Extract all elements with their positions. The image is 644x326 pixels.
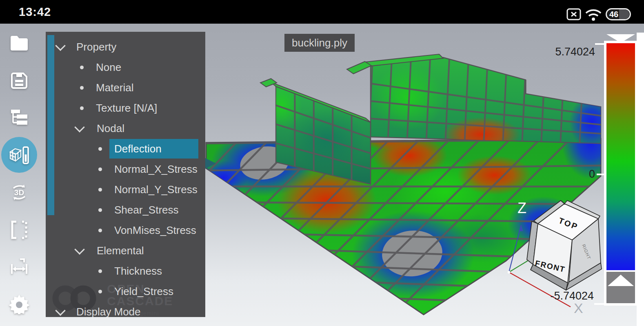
colorbar-min-label: -5.74024 — [543, 290, 594, 302]
tree-item-elemental[interactable]: Elemental — [46, 240, 205, 261]
tree-item-display-mode[interactable]: Display Mode — [46, 302, 205, 317]
colorbar-down-range-arrow-icon — [608, 275, 634, 286]
bullet-icon — [98, 269, 102, 273]
display-properties-button[interactable] — [0, 137, 38, 173]
open-file-button[interactable] — [0, 25, 38, 61]
rotate-3d-icon: 3D — [9, 183, 29, 202]
tree-item-normal-y-stress[interactable]: Normal_Y_Stress — [46, 179, 205, 200]
rotate-3d-button[interactable]: 3D — [0, 174, 38, 210]
colorbar-zero-label: 0 — [544, 168, 595, 181]
tree-item-label: Nodal — [97, 122, 124, 135]
tree-item-yield-stress[interactable]: Yield_Stress — [46, 281, 205, 302]
bullet-icon — [98, 147, 102, 151]
bullet-icon — [80, 106, 84, 110]
right-edge-strip — [637, 33, 644, 326]
tree-item-material[interactable]: Material — [46, 77, 205, 98]
battery-icon: 46 — [606, 8, 631, 20]
properties-panel: OPEN CASCADE part of Capgemini PropertyN… — [46, 32, 205, 317]
tree-item-normal-x-stress[interactable]: Normal_X_Stress — [46, 159, 205, 179]
bullet-icon — [98, 188, 102, 192]
bullet-icon — [98, 290, 102, 293]
tree-item-deflection[interactable]: Deflection — [46, 139, 205, 159]
save-icon — [11, 72, 28, 89]
chevron-down-icon — [55, 305, 65, 315]
tree-item-vonmises-stress[interactable]: VonMises_Stress — [46, 220, 205, 240]
clipping-icon — [10, 220, 29, 240]
tree-item-label: Yield_Stress — [114, 285, 173, 298]
tree-item-label: Deflection — [114, 143, 162, 155]
colorbar-thumb[interactable] — [606, 272, 635, 303]
property-tree: PropertyNoneMaterialTexture [N/A]NodalDe… — [46, 37, 205, 317]
left-toolbar: 3D — [0, 24, 45, 326]
axis-z-label: Z — [517, 200, 526, 216]
tree-item-property[interactable]: Property — [46, 37, 205, 57]
clipping-planes-button[interactable] — [0, 212, 38, 248]
save-file-button[interactable] — [0, 63, 38, 99]
tree-icon — [10, 109, 28, 126]
app-root: ZXTOPFRONTRIGHT buckling.ply 13:42 46 — [0, 0, 644, 326]
tree-item-thickness[interactable]: Thickness — [46, 261, 205, 281]
tree-item-label: VonMises_Stress — [114, 224, 196, 237]
colorbar-up-range-arrow-icon[interactable] — [606, 34, 635, 43]
clock: 13:42 — [19, 5, 51, 19]
axis-x-label: X — [574, 300, 583, 316]
tree-item-label: Display Mode — [76, 306, 141, 317]
settings-button[interactable] — [0, 286, 38, 322]
wifi-icon — [584, 8, 602, 21]
chevron-down-icon — [74, 122, 84, 132]
tree-item-label: Normal_Y_Stress — [114, 183, 198, 196]
colorbar-tick-max — [595, 43, 605, 45]
colorbar-tick-zero — [597, 174, 605, 175]
no-sim-icon — [566, 8, 581, 20]
tree-item-nodal[interactable]: Nodal — [46, 118, 205, 139]
tree-item-shear-stress[interactable]: Shear_Stress — [46, 200, 205, 220]
tree-item-label: None — [96, 61, 121, 74]
cube-panel-icon — [9, 145, 30, 164]
bullet-icon — [98, 167, 102, 171]
gear-icon — [9, 294, 29, 314]
measurements-button[interactable] — [0, 249, 38, 284]
rotate-3d-glyph: 3D — [14, 188, 24, 197]
status-bar: 13:42 46 — [0, 0, 644, 24]
bullet-icon — [80, 86, 84, 90]
tree-item-label: Shear_Stress — [114, 204, 179, 216]
measure-icon — [9, 258, 29, 275]
model-tree-button[interactable] — [0, 99, 38, 135]
tree-item-label: Property — [76, 41, 116, 53]
tree-item-label: Thickness — [114, 265, 162, 278]
tree-item-none[interactable]: None — [46, 57, 205, 77]
bullet-icon — [80, 66, 84, 69]
tree-item-label: Material — [96, 82, 133, 94]
folder-icon — [10, 35, 29, 51]
tree-item-label: Texture [N/A] — [96, 102, 157, 115]
chevron-down-icon — [55, 40, 65, 51]
bullet-icon — [98, 208, 102, 212]
bullet-icon — [98, 229, 102, 232]
tree-item-label: Normal_X_Stress — [114, 163, 198, 176]
colorbar-tick-min — [594, 303, 605, 305]
chevron-down-icon — [74, 244, 84, 254]
tree-item-label: Elemental — [97, 244, 144, 257]
tree-item-texture-n-a-[interactable]: Texture [N/A] — [46, 98, 205, 118]
colorbar-max-label: 5.74024 — [544, 46, 595, 58]
colorbar-gradient — [606, 43, 635, 270]
model-name-label: buckling.ply — [284, 34, 355, 52]
battery-percent: 46 — [609, 10, 618, 19]
